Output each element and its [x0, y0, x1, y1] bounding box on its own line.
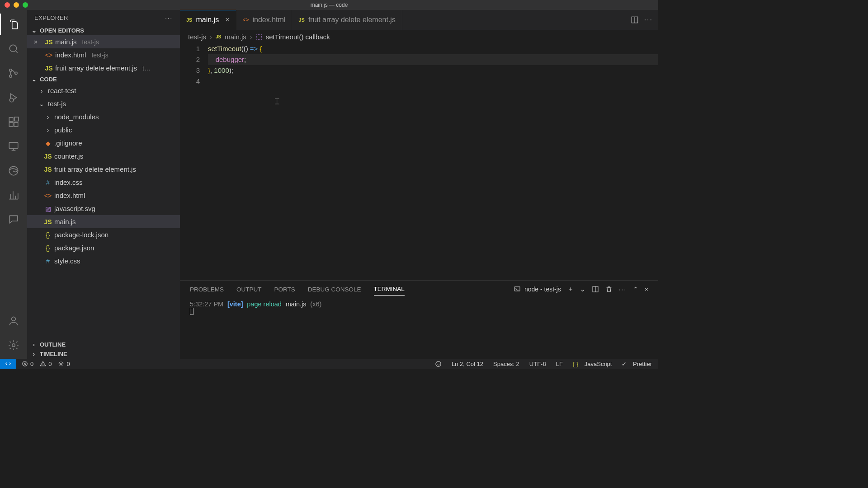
tab-index-html[interactable]: <> index.html — [236, 10, 292, 30]
tab-main-js[interactable]: JS main.js × — [180, 10, 236, 30]
outline-section[interactable]: › OUTLINE — [27, 340, 180, 349]
git-icon: ◆ — [44, 140, 52, 147]
more-icon[interactable]: ··· — [619, 286, 627, 293]
json-icon: {} — [44, 231, 52, 239]
svg-rect-14 — [514, 287, 520, 291]
panel-tab-problems[interactable]: PROBLEMS — [190, 286, 224, 293]
breadcrumbs[interactable]: test-js › JS main.js › ⬚ setTimeout() ca… — [180, 30, 658, 43]
svg-rect-5 — [9, 117, 13, 122]
html-icon: <> — [243, 17, 249, 23]
close-icon[interactable]: × — [225, 16, 229, 24]
panel-tab-ports[interactable]: PORTS — [274, 286, 295, 293]
file-tree-item[interactable]: {}package-lock.json — [27, 228, 180, 241]
status-bar: 0 0 0 Ln 2, Col 12 Spaces: 2 UTF-8 LF { … — [0, 359, 658, 369]
status-language[interactable]: { } JavaScript — [573, 361, 612, 367]
status-prettier[interactable]: ✓ Prettier — [622, 361, 652, 367]
search-activity[interactable] — [0, 38, 27, 60]
svg-point-17 — [61, 363, 62, 365]
activity-bar — [0, 10, 27, 359]
file-tree-item[interactable]: ▨javascript.svg — [27, 202, 180, 215]
svg-point-2 — [9, 75, 12, 77]
js-icon: JS — [45, 65, 52, 72]
settings-icon[interactable] — [0, 334, 27, 356]
more-icon[interactable]: ··· — [165, 14, 173, 21]
explorer-activity[interactable] — [0, 14, 27, 35]
status-ports[interactable]: 0 — [58, 361, 70, 367]
minimize-window[interactable] — [14, 2, 19, 8]
window-title: main.js — code — [311, 2, 348, 8]
edge-activity[interactable] — [0, 160, 27, 182]
file-tree-item[interactable]: ›react-test — [27, 84, 180, 97]
split-editor-icon[interactable] — [631, 16, 639, 24]
svg-rect-8 — [14, 117, 19, 121]
file-tree-item[interactable]: #style.css — [27, 254, 180, 267]
close-panel-icon[interactable]: × — [645, 286, 648, 293]
trash-icon[interactable] — [605, 286, 613, 293]
panel-tab-output[interactable]: OUTPUT — [236, 286, 262, 293]
json-icon: {} — [44, 244, 52, 252]
open-editor-item[interactable]: JS fruit array delete element.js t… — [27, 61, 180, 75]
panel-tab-terminal[interactable]: TERMINAL — [374, 286, 405, 296]
file-tree-item[interactable]: ›public — [27, 123, 180, 136]
svg-point-1 — [9, 69, 12, 71]
js-icon: JS — [44, 153, 52, 160]
feedback-activity[interactable] — [0, 209, 27, 230]
open-editor-item[interactable]: × JS main.js test-js — [27, 35, 180, 48]
css-icon: # — [44, 258, 52, 265]
file-tree-item[interactable]: ›node_modules — [27, 110, 180, 123]
svg-point-4 — [9, 98, 14, 102]
status-spaces[interactable]: Spaces: 2 — [493, 361, 519, 367]
workspace-section[interactable]: ⌄ CODE — [27, 75, 180, 84]
timeline-section[interactable]: › TIMELINE — [27, 349, 180, 359]
remote-indicator[interactable] — [0, 359, 16, 369]
file-tree-item[interactable]: JSmain.js — [27, 215, 180, 228]
terminal-process[interactable]: node - test-js — [514, 286, 561, 293]
window-controls — [5, 2, 28, 8]
file-tree-item[interactable]: <>index.html — [27, 189, 180, 202]
status-errors[interactable]: 0 — [22, 361, 33, 367]
terminal-output[interactable]: 5:32:27 PM [vite] page reload main.js (x… — [180, 298, 658, 359]
svg-rect-7 — [14, 122, 18, 127]
open-editor-item[interactable]: <> index.html test-js — [27, 48, 180, 61]
tab-fruit-js[interactable]: JS fruit array delete element.js — [292, 10, 402, 30]
remote-activity[interactable] — [0, 136, 27, 157]
close-icon[interactable]: × — [29, 38, 42, 46]
js-icon: JS — [44, 218, 52, 225]
status-eol[interactable]: LF — [556, 361, 563, 367]
status-lncol[interactable]: Ln 2, Col 12 — [452, 361, 483, 367]
maximize-panel-icon[interactable]: ⌃ — [633, 286, 638, 293]
file-tree-item[interactable]: ◆.gitignore — [27, 136, 180, 150]
new-terminal-icon[interactable]: ＋ — [567, 285, 574, 293]
svg-rect-6 — [9, 122, 13, 127]
debug-activity[interactable] — [0, 87, 27, 108]
svg-point-0 — [9, 45, 16, 52]
file-tree-item[interactable]: #index.css — [27, 176, 180, 189]
svg-icon: ▨ — [44, 205, 52, 212]
file-tree-item[interactable]: JSfruit array delete element.js — [27, 163, 180, 176]
open-editors-section[interactable]: ⌄ OPEN EDITORS — [27, 26, 180, 35]
status-warnings[interactable]: 0 — [40, 361, 52, 367]
more-icon[interactable]: ··· — [644, 16, 653, 24]
file-tree-item[interactable]: JScounter.js — [27, 150, 180, 163]
chevron-down-icon[interactable]: ⌄ — [580, 286, 585, 293]
maximize-window[interactable] — [23, 2, 28, 8]
text-cursor-icon: ⌶ — [275, 96, 279, 107]
folder-icon: › — [44, 113, 52, 121]
extensions-activity[interactable] — [0, 111, 27, 133]
bottom-panel: PROBLEMS OUTPUT PORTS DEBUG CONSOLE TERM… — [180, 280, 658, 359]
status-encoding[interactable]: UTF-8 — [529, 361, 546, 367]
stats-activity[interactable] — [0, 184, 27, 206]
code-editor[interactable]: 1 2 3 4 setTimeout(() => { debugger; }, … — [180, 43, 658, 280]
file-tree-item[interactable]: ⌄test-js — [27, 97, 180, 110]
status-feedback-icon[interactable] — [435, 361, 442, 367]
explorer-title: EXPLORER — [34, 14, 68, 21]
editor-tabs: JS main.js × <> index.html JS fruit arra… — [180, 10, 658, 30]
chevron-right-icon: › — [30, 351, 38, 357]
panel-tab-debug[interactable]: DEBUG CONSOLE — [308, 286, 361, 293]
scm-activity[interactable] — [0, 62, 27, 84]
close-window[interactable] — [5, 2, 10, 8]
file-tree-item[interactable]: {}package.json — [27, 241, 180, 254]
split-terminal-icon[interactable] — [592, 286, 599, 293]
svg-point-10 — [9, 166, 18, 175]
account-icon[interactable] — [0, 310, 27, 332]
